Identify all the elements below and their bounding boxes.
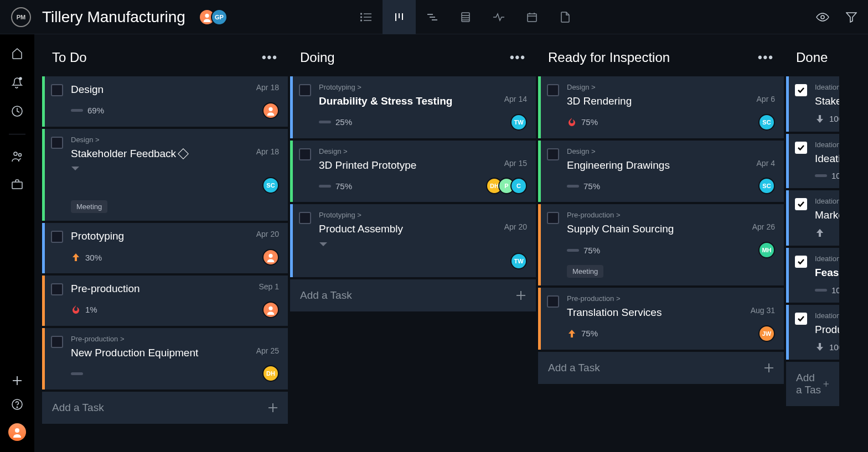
assignee-avatar[interactable]: SC <box>758 178 775 194</box>
task-checkbox[interactable] <box>795 256 807 268</box>
task-title: 3D Printed Prototype <box>319 159 416 173</box>
add-task-button[interactable]: Add a Task <box>538 352 784 384</box>
app-logo[interactable]: PM <box>11 7 31 27</box>
column-menu[interactable]: ••• <box>758 50 774 65</box>
assignee-avatar[interactable]: TW <box>510 114 527 131</box>
nav-add[interactable] <box>12 376 22 386</box>
task-checkbox[interactable] <box>795 142 807 154</box>
nav-home[interactable] <box>11 48 23 60</box>
task-checkbox[interactable] <box>795 313 807 325</box>
add-task-button[interactable]: Add a Task <box>42 392 288 424</box>
task-card[interactable]: Design Apr 18 69% <box>42 76 288 127</box>
assignee-avatar[interactable]: MH <box>758 242 775 258</box>
task-parent: Ideation <box>815 254 830 263</box>
column-menu[interactable]: ••• <box>262 50 278 65</box>
task-checkbox[interactable] <box>299 148 311 160</box>
task-checkbox[interactable] <box>51 231 63 243</box>
task-checkbox[interactable] <box>299 84 311 96</box>
view-files[interactable] <box>549 0 582 34</box>
nav-team[interactable] <box>11 151 23 162</box>
assignee-avatar[interactable]: SC <box>758 114 775 131</box>
column-title: Done <box>796 50 828 65</box>
column-title: To Do <box>52 50 87 65</box>
svg-point-6 <box>360 20 361 21</box>
task-checkbox[interactable] <box>299 212 311 224</box>
task-parent: Design > <box>319 147 527 155</box>
task-parent: Design > <box>567 83 775 91</box>
task-card[interactable]: Ideation Ideatio 100 <box>786 134 839 189</box>
add-task-button[interactable]: Add a Task <box>290 279 536 311</box>
task-checkbox[interactable] <box>547 212 559 224</box>
task-card[interactable]: Pre-production > New Production Equipmen… <box>42 328 288 390</box>
assignee-avatar[interactable]: C <box>510 178 527 194</box>
kanban-column: To Do••• Design Apr 18 69% Design > Stak… <box>42 42 288 452</box>
task-checkbox[interactable] <box>51 137 63 149</box>
assignee-avatar[interactable] <box>262 302 279 318</box>
svg-point-26 <box>19 154 22 157</box>
nav-portfolio[interactable] <box>11 179 23 190</box>
task-card[interactable]: Ideation Feasib 100 <box>786 248 839 303</box>
view-calendar[interactable] <box>515 0 549 34</box>
nav-notifications[interactable] <box>11 76 23 89</box>
assignee-avatar[interactable]: DH <box>262 365 279 382</box>
task-card[interactable]: Design > 3D Printed Prototype Apr 15 75%… <box>290 141 536 202</box>
task-checkbox[interactable] <box>51 84 63 96</box>
task-checkbox[interactable] <box>51 283 63 295</box>
task-checkbox[interactable] <box>547 84 559 96</box>
task-checkbox[interactable] <box>547 295 559 308</box>
visibility-icon[interactable] <box>816 12 829 23</box>
task-card[interactable]: Design > 3D Rendering Apr 6 75%SC <box>538 76 784 138</box>
assignee-avatar[interactable]: SC <box>262 177 279 194</box>
task-parent: Pre-production > <box>567 211 775 219</box>
task-card[interactable]: Pre-production Sep 1 1% <box>42 276 288 326</box>
view-sheet[interactable] <box>449 0 482 34</box>
view-kanban[interactable] <box>383 0 416 34</box>
task-progress: 100 <box>815 171 839 180</box>
assignee-avatar[interactable]: TW <box>510 253 527 269</box>
task-checkbox[interactable] <box>547 148 559 160</box>
task-card[interactable]: Design > Engineering Drawings Apr 4 75%S… <box>538 141 784 202</box>
nav-recent[interactable] <box>11 105 23 117</box>
task-card[interactable]: Pre-production > Translation Services Au… <box>538 288 784 350</box>
add-task-button[interactable]: Add a Tas <box>786 362 839 406</box>
sidebar <box>0 34 34 452</box>
assignee-avatar[interactable] <box>262 249 279 266</box>
user-avatar[interactable] <box>8 423 26 441</box>
task-checkbox[interactable] <box>795 198 807 210</box>
view-activity[interactable] <box>482 0 515 34</box>
project-members[interactable]: GP <box>199 9 228 25</box>
task-date: Apr 18 <box>256 83 279 92</box>
member-avatar[interactable]: GP <box>211 9 228 25</box>
assignee-avatar[interactable]: JW <box>758 325 775 342</box>
task-card[interactable]: Prototyping > Durability & Stress Testin… <box>290 76 536 138</box>
task-parent: Design > <box>71 136 279 144</box>
task-date: Apr 25 <box>256 346 279 355</box>
task-card[interactable]: Prototyping > Product Assembly Apr 20 TW <box>290 204 536 277</box>
column-menu[interactable]: ••• <box>510 50 526 65</box>
task-progress: 75% <box>319 181 352 191</box>
chevron-down-icon[interactable] <box>71 166 279 172</box>
task-date: Sep 1 <box>259 282 279 291</box>
task-date: Apr 26 <box>752 222 775 231</box>
task-parent: Ideation <box>815 311 830 320</box>
task-card[interactable]: Ideation Produ 100 <box>786 305 839 360</box>
task-title: 3D Rendering <box>567 95 632 108</box>
chevron-down-icon[interactable] <box>319 242 527 247</box>
nav-help[interactable] <box>12 399 23 410</box>
filter-icon[interactable] <box>846 12 857 23</box>
view-list[interactable] <box>349 0 383 34</box>
assignee-avatar[interactable] <box>262 102 279 119</box>
task-date: Apr 4 <box>757 159 775 168</box>
task-card[interactable]: Ideation Marke <box>786 190 839 246</box>
task-parent: Prototyping > <box>319 211 527 219</box>
task-title: Feasib <box>815 266 839 280</box>
task-card[interactable]: Prototyping Apr 20 30% <box>42 223 288 273</box>
task-card[interactable]: Ideation Stakeh 100 <box>786 76 839 132</box>
project-title: Tillery Manufacturing <box>42 8 185 26</box>
task-card[interactable]: Pre-production > Supply Chain Sourcing A… <box>538 204 784 285</box>
view-gantt[interactable] <box>416 0 449 34</box>
task-checkbox[interactable] <box>51 336 63 348</box>
task-checkbox[interactable] <box>795 84 807 96</box>
task-progress: 1% <box>71 305 97 315</box>
task-card[interactable]: Design > Stakeholder Feedback Apr 18 SC … <box>42 129 288 221</box>
